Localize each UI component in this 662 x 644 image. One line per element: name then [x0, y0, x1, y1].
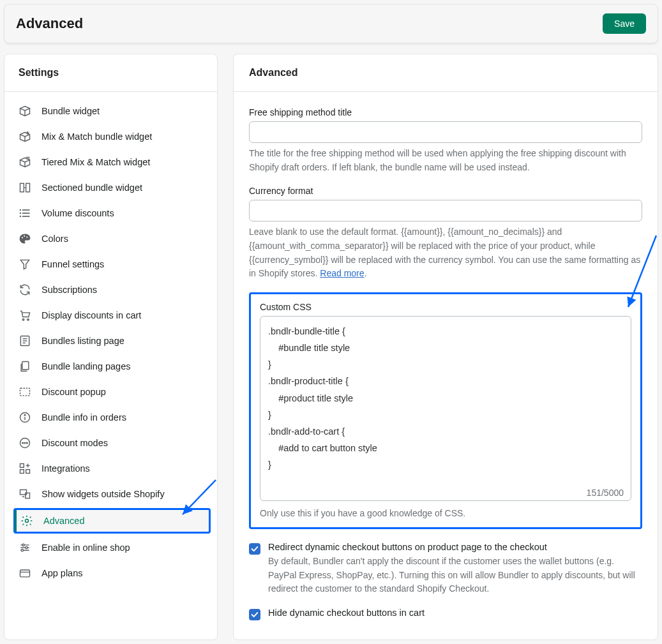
sidebar-item-advanced[interactable]: Advanced: [13, 508, 211, 534]
sidebar-item-bundles-listing-page[interactable]: Bundles listing page: [4, 328, 217, 354]
svg-rect-46: [20, 570, 30, 577]
save-button[interactable]: Save: [603, 13, 646, 34]
sidebar-item-integrations[interactable]: Integrations: [4, 456, 217, 481]
sidebar-item-bundle-info-in-orders[interactable]: Bundle info in orders: [4, 405, 217, 430]
sidebar-item-bundle-widget[interactable]: Bundle widget: [4, 98, 217, 124]
sidebar-item-label: Colors: [41, 234, 68, 244]
card-icon: [19, 567, 31, 580]
redirect-checkout-help: By default, Bundler can't apply the disc…: [268, 555, 642, 596]
grid-add-icon: [19, 462, 31, 475]
svg-rect-4: [20, 183, 24, 191]
free-shipping-help: The title for the free shipping method w…: [249, 147, 642, 174]
page-title: Advanced: [16, 15, 83, 32]
redirect-checkout-label: Redirect dynamic checkout buttons on pro…: [268, 542, 642, 552]
dots-icon: [19, 437, 31, 449]
main-title: Advanced: [234, 54, 658, 92]
free-shipping-label: Free shipping method title: [249, 107, 642, 117]
svg-point-41: [22, 544, 24, 546]
char-count: 151/5000: [587, 488, 624, 498]
box-plus-icon: [19, 130, 31, 143]
sidebar-item-label: Bundle widget: [41, 106, 100, 116]
sidebar-item-label: Discount modes: [41, 438, 108, 448]
svg-point-16: [22, 318, 24, 320]
sidebar-item-tiered-mix-match-widget[interactable]: Tiered Mix & Match widget: [4, 149, 217, 175]
cart-icon: [19, 309, 31, 322]
gear-icon: [20, 514, 33, 527]
hide-checkout-checkbox[interactable]: [249, 609, 260, 620]
free-shipping-group: Free shipping method title The title for…: [249, 107, 642, 174]
svg-point-39: [26, 520, 29, 523]
sidebar-item-label: Subscriptions: [41, 285, 97, 295]
box-tier-icon: [19, 156, 31, 168]
sidebar-item-label: Discount popup: [41, 387, 106, 397]
sidebar-item-discount-popup[interactable]: Discount popup: [4, 379, 217, 405]
sidebar-item-app-plans[interactable]: App plans: [4, 560, 217, 586]
svg-point-15: [26, 236, 27, 237]
currency-format-group: Currency format Leave blank to use the d…: [249, 186, 642, 281]
refresh-icon: [19, 283, 31, 296]
svg-rect-5: [26, 183, 30, 191]
sidebar-item-label: Enable in online shop: [41, 543, 130, 553]
currency-format-help: Leave blank to use the default format. {…: [249, 225, 642, 281]
sidebar-item-label: Advanced: [43, 516, 85, 526]
palette-icon: [19, 232, 31, 245]
sidebar-item-label: Funnel settings: [41, 259, 104, 269]
svg-point-29: [24, 442, 26, 444]
hide-checkout-row: Hide dynamic checkout buttons in cart: [249, 608, 642, 620]
sidebar-item-label: Bundle landing pages: [41, 361, 130, 371]
sidebar-item-label: Integrations: [41, 463, 90, 474]
sidebar-item-discount-modes[interactable]: Discount modes: [4, 430, 217, 456]
sliders-icon: [19, 541, 31, 554]
svg-rect-33: [26, 470, 30, 474]
sidebar-item-label: Bundles listing page: [41, 336, 124, 346]
document-icon: [19, 334, 31, 347]
split-icon: [19, 181, 31, 194]
sidebar-item-enable-in-online-shop[interactable]: Enable in online shop: [4, 535, 217, 560]
sidebar-item-label: Mix & Match bundle widget: [41, 131, 152, 142]
sidebar-item-mix-match-bundle-widget[interactable]: Mix & Match bundle widget: [4, 124, 217, 149]
custom-css-textarea[interactable]: [260, 316, 631, 501]
sidebar-item-label: Tiered Mix & Match widget: [41, 157, 150, 167]
redirect-checkout-checkbox[interactable]: [249, 543, 260, 555]
svg-point-14: [24, 236, 25, 237]
svg-rect-23: [20, 388, 30, 396]
devices-icon: [19, 488, 31, 500]
sidebar-item-colors[interactable]: Colors: [4, 226, 217, 251]
sidebar-item-subscriptions[interactable]: Subscriptions: [4, 277, 217, 303]
sidebar-item-label: Volume discounts: [41, 208, 114, 218]
svg-rect-22: [22, 362, 29, 370]
svg-rect-31: [20, 464, 24, 468]
svg-rect-32: [20, 470, 24, 474]
svg-point-17: [27, 318, 29, 320]
sidebar-item-label: Display discounts in cart: [41, 310, 141, 320]
sidebar-item-sectioned-bundle-widget[interactable]: Sectioned bundle widget: [4, 175, 217, 200]
sidebar-item-volume-discounts[interactable]: Volume discounts: [4, 200, 217, 226]
svg-point-26: [24, 414, 26, 416]
sidebar-item-show-widgets-outside-shopify[interactable]: Show widgets outside Shopify: [4, 481, 217, 507]
sidebar-item-display-discounts-in-cart[interactable]: Display discounts in cart: [4, 303, 217, 328]
list-icon: [19, 207, 31, 220]
free-shipping-input[interactable]: [249, 121, 642, 143]
sidebar-title: Settings: [4, 54, 217, 92]
svg-point-45: [21, 550, 23, 551]
info-icon: [19, 411, 31, 424]
sidebar-item-label: Sectioned bundle widget: [41, 183, 142, 193]
redirect-checkout-row: Redirect dynamic checkout buttons on pro…: [249, 542, 642, 596]
box-icon: [19, 105, 31, 117]
sidebar-item-bundle-landing-pages[interactable]: Bundle landing pages: [4, 354, 217, 379]
svg-point-43: [26, 546, 27, 548]
svg-point-28: [22, 442, 24, 444]
svg-point-10: [20, 210, 21, 211]
sidebar-item-label: App plans: [41, 568, 83, 578]
settings-sidebar: Settings Bundle widgetMix & Match bundle…: [4, 54, 218, 640]
funnel-icon: [19, 258, 31, 271]
custom-css-help: Only use this if you have a good knowled…: [260, 507, 631, 521]
sidebar-item-funnel-settings[interactable]: Funnel settings: [4, 251, 217, 277]
check-icon: [250, 610, 259, 619]
read-more-link[interactable]: Read more: [320, 268, 364, 278]
currency-format-input[interactable]: [249, 200, 642, 221]
sidebar-item-label: Bundle info in orders: [41, 412, 126, 423]
svg-point-13: [22, 237, 23, 238]
svg-point-12: [20, 216, 21, 217]
documents-icon: [19, 360, 31, 373]
